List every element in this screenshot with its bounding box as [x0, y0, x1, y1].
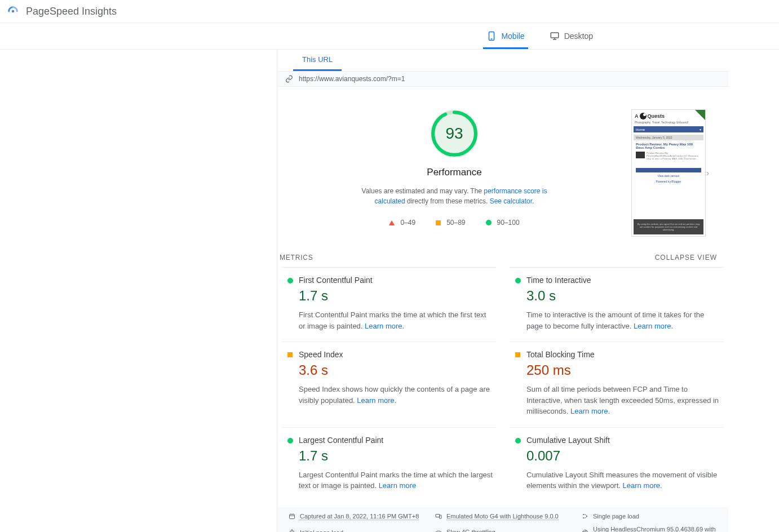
performance-score: 93	[430, 109, 479, 158]
metric-title: Time to Interactive	[526, 276, 720, 285]
metric-card: Largest Contentful Paint1.7 sLargest Con…	[282, 427, 496, 502]
metric-description: Sum of all time periods between FCP and …	[526, 384, 720, 417]
sub-tabs: This URL	[277, 50, 728, 71]
svg-point-14	[583, 514, 584, 515]
status-dot	[287, 438, 293, 444]
metric-card: Total Blocking Time250 msSum of all time…	[510, 342, 724, 427]
svg-rect-12	[436, 515, 440, 517]
learn-more-link[interactable]: Learn more	[379, 481, 416, 490]
performance-gauge: 93	[430, 109, 479, 158]
metric-card: First Contentful Paint1.7 sFirst Content…	[282, 267, 496, 342]
tab-desktop[interactable]: Desktop	[546, 23, 596, 49]
metric-value: 1.7 s	[299, 448, 493, 464]
svg-rect-8	[290, 515, 295, 519]
chevron-right-icon[interactable]: ›	[706, 169, 709, 178]
metric-description: Cumulative Layout Shift measures the mov…	[526, 469, 720, 491]
environment-bar: Captured at Jan 8, 2022, 11:16 PM GMT+8 …	[277, 507, 728, 533]
metric-value: 3.6 s	[299, 362, 493, 378]
learn-more-link[interactable]: Learn more.	[365, 322, 404, 330]
tab-mobile-label: Mobile	[501, 32, 524, 41]
collapse-view-toggle[interactable]: Collapse view	[655, 254, 717, 261]
learn-more-link[interactable]: Learn more.	[357, 396, 396, 405]
metric-description: First Contentful Paint marks the time at…	[299, 309, 493, 331]
metric-title: Largest Contentful Paint	[299, 436, 493, 445]
thumbnail-badge	[695, 110, 705, 120]
app-header: PageSpeed Insights	[0, 0, 779, 23]
performance-summary: 93 Performance Values are estimated and …	[277, 87, 728, 248]
thumbnail-post-image	[636, 152, 645, 158]
tested-url: https://www.avianquests.com/?m=1	[299, 75, 405, 83]
metrics-grid: First Contentful Paint1.7 sFirst Content…	[277, 267, 728, 502]
screenshot-thumbnail[interactable]: AQuests Photography, Travel, Technology …	[631, 109, 706, 237]
metric-value: 250 ms	[526, 362, 720, 378]
metric-description: Largest Contentful Paint marks the time …	[299, 469, 493, 491]
desktop-icon	[550, 31, 560, 41]
env-emulated: Emulated Moto G4 with Lighthouse 9.0.0	[446, 513, 559, 520]
env-single: Single page load	[593, 513, 639, 520]
metric-value: 1.7 s	[299, 288, 493, 304]
thumbnail-logo-icon	[640, 113, 647, 119]
calendar-icon	[289, 513, 295, 520]
sample-icon	[582, 513, 588, 520]
square-icon	[436, 220, 441, 225]
network-icon	[435, 529, 442, 533]
circle-icon	[486, 220, 492, 225]
metric-card: Cumulative Layout Shift0.007Cumulative L…	[510, 427, 724, 502]
learn-more-link[interactable]: Learn more.	[623, 481, 662, 490]
env-throttle: Slow 4G throttling	[446, 529, 495, 532]
learn-more-link[interactable]: Learn more.	[570, 407, 610, 415]
metrics-heading: METRICS	[280, 254, 313, 261]
metrics-header: METRICS Collapse view	[277, 248, 728, 267]
svg-point-15	[583, 517, 584, 518]
metric-title: Cumulative Layout Shift	[526, 436, 720, 445]
status-dot	[287, 278, 293, 283]
metric-title: Speed Index	[299, 350, 493, 359]
link-icon	[285, 75, 293, 83]
metric-value: 3.0 s	[526, 288, 720, 304]
svg-point-0	[12, 10, 15, 13]
app-title: PageSpeed Insights	[26, 6, 117, 17]
metric-description: Speed Index shows how quickly the conten…	[299, 384, 493, 406]
env-chrome: Using HeadlessChromium 95.0.4638.69 with…	[593, 526, 717, 533]
metric-card: Time to Interactive3.0 sTime to interact…	[510, 267, 724, 342]
mobile-icon	[486, 31, 497, 41]
metric-value: 0.007	[526, 448, 720, 464]
main-report: This URL https://www.avianquests.com/?m=…	[277, 50, 728, 532]
status-dot	[287, 352, 293, 357]
timer-icon	[289, 529, 295, 533]
devices-icon	[435, 513, 442, 520]
metric-card: Speed Index3.6 sSpeed Index shows how qu…	[282, 342, 496, 427]
svg-rect-3	[551, 33, 559, 38]
triangle-icon	[389, 220, 395, 225]
metric-description: Time to interactive is the amount of tim…	[526, 309, 720, 331]
score-legend: 0–49 50–89 90–100	[389, 219, 519, 227]
psi-logo-icon	[7, 5, 19, 17]
tab-desktop-label: Desktop	[564, 32, 593, 41]
status-dot	[515, 438, 521, 444]
chrome-icon	[582, 529, 588, 533]
url-bar: https://www.avianquests.com/?m=1	[277, 71, 728, 87]
performance-label: Performance	[427, 167, 481, 178]
status-dot	[515, 352, 520, 357]
device-tabs: Mobile Desktop	[0, 23, 779, 50]
performance-description: Values are estimated and may vary. The p…	[353, 186, 556, 206]
tab-mobile[interactable]: Mobile	[483, 23, 528, 49]
see-calculator-link[interactable]: See calculator	[490, 197, 532, 205]
caret-down-icon: ▾	[700, 127, 701, 131]
thumbnail-home-button	[636, 168, 701, 172]
metric-title: Total Blocking Time	[526, 350, 720, 359]
status-dot	[515, 278, 521, 283]
subtab-this-url[interactable]: This URL	[293, 50, 342, 71]
metric-title: First Contentful Paint	[299, 276, 493, 285]
env-captured: Captured at Jan 8, 2022, 11:16 PM GMT+8	[300, 513, 419, 520]
env-initial: Initial page load	[300, 529, 343, 533]
learn-more-link[interactable]: Learn more.	[634, 322, 673, 330]
